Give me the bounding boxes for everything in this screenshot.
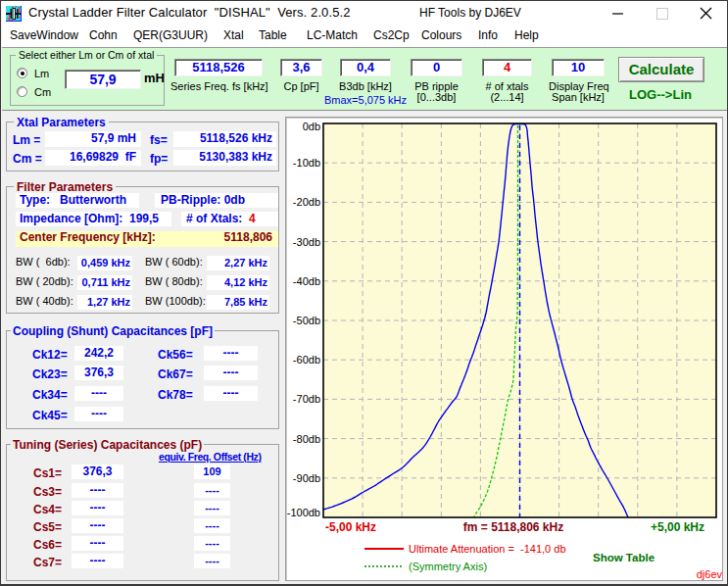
- svg-text:Show Table: Show Table: [593, 552, 655, 563]
- svg-text:-100db: -100db: [287, 507, 320, 518]
- svg-text:-60db: -60db: [293, 354, 320, 366]
- svg-text:-5,00 kHz: -5,00 kHz: [325, 520, 376, 534]
- svg-text:(Symmetry Axis): (Symmetry Axis): [409, 561, 487, 572]
- svg-text:-80db: -80db: [293, 433, 320, 445]
- svg-text:Ultimate Attenuation = -141,0: Ultimate Attenuation = -141,0 db: [409, 543, 566, 555]
- svg-text:-10db: -10db: [293, 157, 320, 169]
- svg-text:fm = 5118,806 kHz: fm = 5118,806 kHz: [463, 520, 563, 534]
- svg-text:-90db: -90db: [293, 472, 320, 484]
- svg-text:-20db: -20db: [293, 196, 320, 208]
- svg-text:-40db: -40db: [293, 275, 320, 287]
- svg-text:-30db: -30db: [293, 236, 320, 248]
- svg-text:+5,00 kHz: +5,00 kHz: [651, 520, 704, 534]
- svg-text:-70db: -70db: [293, 393, 320, 405]
- svg-text:0db: 0db: [303, 121, 320, 132]
- svg-text:dj6ev: dj6ev: [697, 568, 722, 580]
- svg-text:-50db: -50db: [293, 315, 320, 326]
